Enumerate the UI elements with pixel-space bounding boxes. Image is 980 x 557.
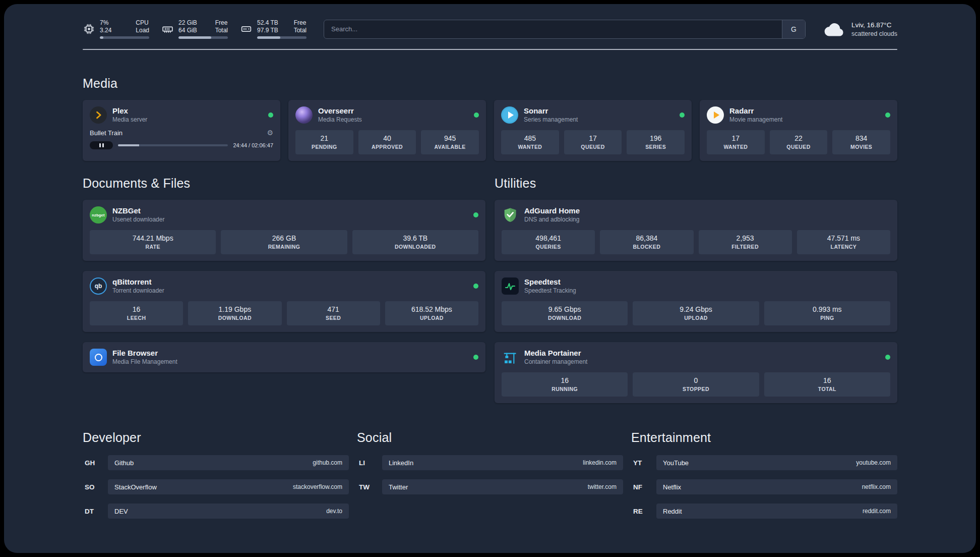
disk-icon: [240, 23, 253, 35]
stat-tile: 266 GB REMAINING: [221, 230, 347, 254]
app-subtitle: Series management: [524, 116, 578, 124]
bookmark-row-stackoverflow: SO StackOverflow stackoverflow.com: [83, 479, 349, 494]
section-heading-documents: Documents & Files: [83, 176, 485, 191]
stat-label: RUNNING: [504, 385, 626, 393]
documents-column: Documents & Files nzbget NZBGet Usenet d…: [83, 176, 485, 403]
radarr-icon: [707, 106, 724, 124]
bookmark-link-twitter[interactable]: Twitter twitter.com: [382, 479, 623, 494]
stat-label: QUEUED: [566, 143, 620, 150]
app-card-speedtest[interactable]: Speedtest Speedtest Tracking 9.65 Gbps D…: [495, 271, 897, 332]
bookmark-url: dev.to: [326, 508, 342, 515]
app-subtitle: DNS and adblocking: [524, 216, 580, 224]
stat-label: APPROVED: [360, 143, 414, 150]
playback-progress[interactable]: [118, 144, 228, 146]
app-card-sonarr[interactable]: Sonarr Series management 485 WANTED 17 Q…: [494, 100, 692, 161]
stat-tile: 834 MOVIES: [832, 130, 890, 154]
app-title: Radarr: [729, 106, 782, 116]
bookmark-link-reddit[interactable]: Reddit reddit.com: [656, 504, 897, 519]
bookmark-link-youtube[interactable]: YouTube youtube.com: [656, 455, 897, 470]
status-dot: [680, 113, 685, 118]
bookmark-abbr: YT: [631, 459, 649, 467]
app-title: Plex: [112, 106, 147, 116]
app-card-adguard[interactable]: AdGuard Home DNS and adblocking 498,461 …: [495, 200, 897, 261]
status-dot: [474, 113, 479, 118]
app-card-radarr[interactable]: Radarr Movie management 17 WANTED 22 QUE…: [700, 100, 897, 161]
stat-tile: 16 LEECH: [90, 301, 183, 325]
bookmark-url: github.com: [313, 459, 342, 466]
bookmark-abbr: SO: [83, 483, 101, 491]
stat-value: 16: [504, 376, 626, 385]
stat-tile: 498,461 QUERIES: [502, 230, 595, 254]
stat-label: UPLOAD: [635, 314, 757, 321]
bookmark-abbr: LI: [357, 459, 375, 467]
section-heading-media: Media: [83, 76, 897, 91]
stat-tile: 17 WANTED: [707, 130, 765, 154]
bookmark-link-linkedin[interactable]: LinkedIn linkedin.com: [382, 455, 623, 470]
stat-tile: 471 SEED: [287, 301, 380, 325]
status-dot: [473, 284, 478, 289]
bookmark-url: stackoverflow.com: [293, 483, 342, 490]
stat-tile: 86,384 BLOCKED: [600, 230, 693, 254]
stat-tile: 1.19 Gbps DOWNLOAD: [188, 301, 281, 325]
search-input[interactable]: [324, 20, 782, 38]
app-subtitle: Media Requests: [318, 116, 362, 124]
cpu-label-1: CPU: [136, 19, 149, 27]
utilities-column: Utilities AdGuard Home DNS and adblockin…: [495, 176, 897, 403]
status-dot: [885, 113, 890, 118]
bookmark-name: StackOverflow: [114, 483, 157, 491]
stat-value: 498,461: [504, 234, 593, 243]
stat-value: 196: [629, 134, 683, 143]
stat-tile: 9.65 Gbps DOWNLOAD: [502, 301, 628, 325]
bookmark-row-dev: DT DEV dev.to: [83, 504, 349, 519]
app-title: Speedtest: [524, 277, 576, 287]
bookmark-name: Netflix: [663, 483, 681, 491]
bookmark-link-github[interactable]: Github github.com: [108, 455, 349, 470]
stat-tile: 16 RUNNING: [502, 372, 628, 397]
app-card-overseerr[interactable]: Overseerr Media Requests 21 PENDING 40 A…: [288, 100, 486, 161]
ram-free: 22 GiB: [178, 19, 197, 27]
status-dot: [268, 113, 273, 118]
bookmark-link-stackoverflow[interactable]: StackOverflow stackoverflow.com: [108, 479, 349, 494]
media-card-row: Plex Media server Bullet Train ⚙ 24:44 /…: [83, 100, 897, 161]
playback-time: 24:44 / 02:06:47: [233, 142, 273, 148]
portainer-crane-icon: [502, 349, 519, 366]
app-card-filebrowser[interactable]: File Browser Media File Management: [83, 342, 485, 372]
stat-value: 618.52 Mbps: [387, 305, 476, 314]
stat-tile: 618.52 Mbps UPLOAD: [385, 301, 478, 325]
bookmark-link-dev[interactable]: DEV dev.to: [108, 504, 349, 519]
app-card-plex[interactable]: Plex Media server Bullet Train ⚙ 24:44 /…: [83, 100, 280, 161]
status-dot: [885, 355, 890, 360]
disk-progress-bar: [257, 36, 307, 39]
app-subtitle: Media server: [112, 116, 147, 124]
bookmark-abbr: TW: [357, 483, 375, 491]
top-bar: 7% 3.24 CPU Load: [83, 19, 897, 39]
app-card-portainer[interactable]: Media Portainer Container management 16 …: [495, 342, 897, 403]
app-card-nzbget[interactable]: nzbget NZBGet Usenet downloader 744.21 M…: [83, 200, 485, 261]
ram-total: 64 GiB: [178, 27, 197, 34]
settings-gear-icon[interactable]: ⚙: [267, 129, 273, 137]
stat-tile: 47.571 ms LATENCY: [797, 230, 890, 254]
search-engine-button[interactable]: G: [782, 20, 805, 38]
stat-value: 9.65 Gbps: [504, 305, 626, 314]
weather-widget: Lviv, 16.87°C scattered clouds: [823, 21, 897, 38]
nzbget-icon: nzbget: [90, 206, 107, 224]
bookmark-url: reddit.com: [863, 508, 891, 515]
stat-value: 86,384: [602, 234, 691, 243]
pause-button[interactable]: [90, 141, 113, 149]
app-title: AdGuard Home: [524, 206, 580, 215]
app-subtitle: Speedtest Tracking: [524, 287, 576, 295]
bookmark-row-youtube: YT YouTube youtube.com: [631, 455, 897, 470]
stat-label: DOWNLOADED: [354, 243, 476, 250]
bookmark-row-netflix: NF Netflix netflix.com: [631, 479, 897, 494]
stat-value: 471: [289, 305, 378, 314]
app-subtitle: Movie management: [729, 116, 782, 124]
dashboard: 7% 3.24 CPU Load: [4, 4, 976, 553]
app-card-qbittorrent[interactable]: qb qBittorrent Torrent downloader 16 LEE…: [83, 271, 485, 332]
app-subtitle: Media File Management: [112, 358, 177, 366]
stat-value: 266 GB: [223, 234, 345, 243]
cpu-percent: 7%: [100, 19, 111, 27]
stat-tile: 16 TOTAL: [764, 372, 890, 397]
stat-tile: 196 SERIES: [627, 130, 685, 154]
bookmark-name: YouTube: [663, 459, 689, 467]
bookmark-link-netflix[interactable]: Netflix netflix.com: [656, 479, 897, 494]
